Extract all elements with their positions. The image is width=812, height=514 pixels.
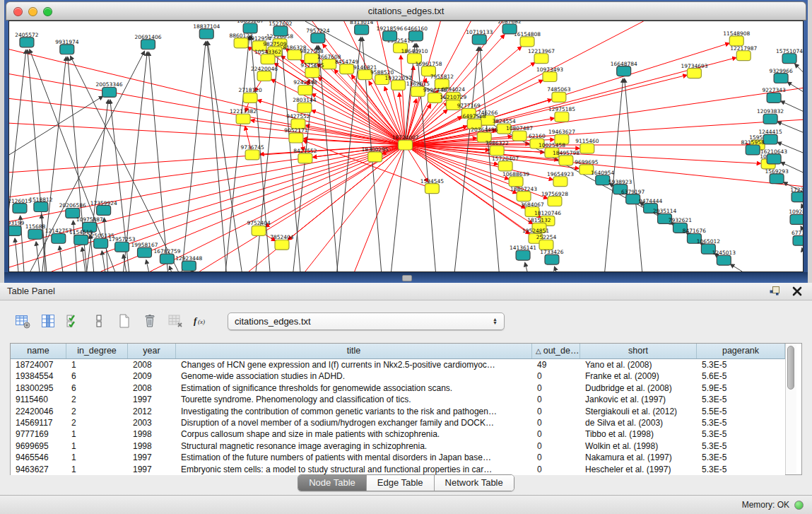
network-node[interactable]: 1733426 — [540, 249, 564, 264]
function-builder-icon[interactable]: f(x) — [191, 312, 210, 331]
table-cell[interactable]: 1 — [66, 359, 128, 370]
table-cell[interactable]: 0 — [532, 428, 580, 440]
network-node[interactable]: 19654923 — [547, 171, 574, 187]
network-node[interactable]: 8313014 — [350, 21, 374, 35]
table-cell[interactable]: 0 — [532, 464, 580, 475]
network-node[interactable]: 20053346 — [96, 81, 123, 97]
float-window-icon[interactable] — [768, 285, 781, 298]
table-row[interactable]: 911546021997Tourette syndrome. Phenomeno… — [11, 394, 785, 405]
network-node[interactable]: 10924 — [789, 209, 803, 224]
table-cell[interactable]: 1 — [66, 452, 128, 463]
network-node[interactable]: 9052171 — [284, 127, 308, 143]
table-cell[interactable]: 1998 — [128, 428, 176, 440]
table-row[interactable]: 946554611997Estimation of the future num… — [11, 452, 785, 463]
column-header-pagerank[interactable]: pagerank — [697, 344, 785, 358]
table-row[interactable]: 946362711997Embryonic stem cells: a mode… — [11, 464, 785, 475]
network-node[interactable]: 10719133 — [466, 29, 493, 45]
table-cell[interactable]: Genome-wide association studies in ADHD. — [176, 370, 532, 382]
network-edge[interactable] — [625, 78, 642, 271]
network-node[interactable]: 15751074 — [776, 48, 803, 64]
select-columns-icon[interactable] — [64, 312, 83, 331]
table-cell[interactable]: Nakamura et al. (1997) — [580, 452, 697, 463]
network-edge[interactable] — [305, 145, 406, 271]
network-node[interactable]: 7852404 — [270, 234, 294, 250]
table-cell[interactable]: 5.6E-5 — [697, 370, 785, 382]
network-node[interactable]: 12213967 — [528, 48, 555, 64]
network-node[interactable]: 7957224 — [306, 28, 330, 43]
network-edge[interactable] — [182, 42, 206, 271]
table-cell[interactable]: 5.3E-5 — [697, 394, 785, 405]
table-cell[interactable]: 49 — [532, 359, 580, 370]
network-edge[interactable] — [102, 251, 105, 271]
table-cell[interactable]: Franke et al. (2009) — [580, 370, 697, 382]
table-cell[interactable]: 0 — [532, 440, 580, 452]
table-mode-icon[interactable] — [13, 312, 32, 331]
network-node[interactable]: 15720407 — [492, 156, 519, 171]
table-cell[interactable]: 5.3E-5 — [697, 440, 785, 452]
delete-table-icon[interactable] — [165, 312, 184, 331]
table-cell[interactable]: Estimation of significance thresholds fo… — [176, 382, 532, 394]
show-column-icon[interactable] — [38, 312, 57, 331]
network-node[interactable]: 12093832 — [757, 108, 784, 124]
table-cell[interactable]: Corpus callosum shape and size in male p… — [176, 428, 532, 440]
table-cell[interactable]: 9699695 — [11, 440, 66, 452]
table-cell[interactable]: 5.3E-5 — [697, 452, 785, 463]
network-edge[interactable] — [795, 64, 803, 71]
table-cell[interactable]: 5.5E-5 — [697, 406, 785, 417]
table-cell[interactable]: 2012 — [128, 406, 176, 417]
table-cell[interactable]: 2003 — [128, 417, 176, 428]
network-canvas[interactable]: 1872400718300295886012389129541222605898… — [8, 21, 804, 272]
row-height-icon[interactable] — [89, 312, 108, 331]
network-edge[interactable] — [401, 56, 405, 145]
network-node[interactable]: 115688 — [25, 223, 46, 239]
network-edge[interactable] — [801, 204, 803, 208]
table-cell[interactable]: Tibbo et al. (1998) — [580, 428, 697, 440]
network-edge[interactable] — [15, 238, 18, 271]
table-cell[interactable]: 6 — [66, 370, 128, 382]
table-row[interactable]: 1830029562008Estimation of significance … — [11, 382, 785, 394]
table-cell[interactable]: 0 — [532, 406, 580, 417]
network-edge[interactable] — [802, 248, 803, 251]
network-node[interactable]: 252254 — [536, 234, 557, 250]
network-node[interactable]: 9227343 — [762, 87, 786, 103]
table-cell[interactable]: 9777169 — [11, 428, 66, 440]
table-cell[interactable]: 1 — [66, 440, 128, 452]
network-node[interactable]: 12213382 — [230, 108, 257, 124]
network-node[interactable]: 9329966 — [769, 68, 793, 83]
table-cell[interactable]: Estimation of the future numbers of pati… — [176, 452, 532, 463]
network-node[interactable]: 2126015 — [9, 198, 32, 214]
table-cell[interactable]: Dudbridge et al. (2008) — [580, 382, 697, 394]
table-cell[interactable]: Wolkin et al. (1998) — [580, 440, 697, 452]
network-node[interactable]: 12975185 — [548, 106, 575, 122]
network-edge[interactable] — [199, 145, 405, 271]
table-cell[interactable]: 5.3E-5 — [697, 359, 785, 370]
delete-column-icon[interactable] — [140, 312, 159, 331]
table-cell[interactable]: Tourette syndrome. Phenomenology and cla… — [176, 394, 532, 405]
network-edge[interactable] — [170, 266, 172, 271]
table-cell[interactable]: 5.3E-5 — [697, 464, 785, 475]
table-cell[interactable]: Changes of HCN gene expression and I(f) … — [176, 359, 532, 370]
table-cell[interactable]: 0 — [532, 417, 580, 428]
column-header-name[interactable]: name — [11, 344, 66, 358]
network-node[interactable]: 1245013 — [712, 250, 736, 265]
network-node[interactable]: 12923448 — [175, 255, 202, 271]
network-edge[interactable] — [266, 145, 406, 227]
network-edge[interactable] — [146, 260, 149, 271]
table-cell[interactable]: 18724007 — [11, 359, 66, 370]
network-node[interactable]: 2803144 — [293, 97, 317, 112]
tab-edge-table[interactable]: Edge Table — [366, 475, 434, 491]
network-edge[interactable] — [9, 145, 406, 173]
network-node[interactable]: 9931974 — [55, 39, 79, 54]
network-edge[interactable] — [36, 242, 40, 271]
network-node[interactable]: 1569293 — [765, 168, 789, 184]
network-node[interactable]: 2405572 — [15, 32, 38, 47]
column-header-year[interactable]: year — [128, 344, 176, 358]
vertical-scrollbar[interactable] — [785, 344, 796, 474]
scrollbar-thumb[interactable] — [787, 346, 794, 390]
table-cell[interactable]: Yano et al. (2008) — [580, 359, 697, 370]
column-header-short[interactable]: short — [580, 344, 697, 358]
tab-node-table[interactable]: Node Table — [298, 475, 366, 491]
network-edge[interactable] — [9, 145, 406, 197]
table-cell[interactable]: 2 — [66, 406, 128, 417]
column-header-in_degree[interactable]: in_degree — [66, 344, 128, 358]
